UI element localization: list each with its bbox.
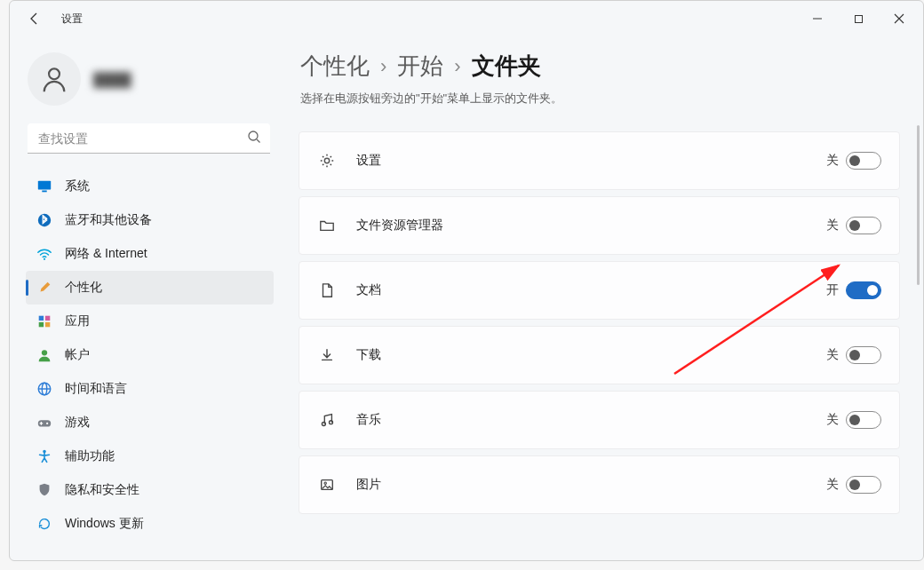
toggle-state-label: 关 (826, 477, 839, 493)
toggle-settings[interactable] (846, 152, 881, 170)
brush-icon (36, 280, 52, 296)
sidebar-item-label: 时间和语言 (65, 381, 127, 397)
toggle-music[interactable] (846, 411, 881, 429)
avatar-icon (39, 64, 69, 94)
svg-point-8 (44, 258, 45, 260)
folder-card-explorer: 文件资源管理器关 (299, 196, 900, 255)
breadcrumb-start[interactable]: 开始 (397, 51, 443, 82)
sidebar-item-apps[interactable]: 应用 (26, 305, 274, 338)
back-icon (28, 12, 42, 26)
svg-rect-5 (38, 181, 51, 190)
sidebar-item-accessibility[interactable]: 辅助功能 (26, 439, 274, 473)
toggle-explorer[interactable] (846, 217, 881, 234)
minimize-button[interactable] (797, 4, 838, 33)
settings-window: 设置 ████ 系统蓝牙和其他设备网 (9, 0, 924, 561)
search-input[interactable] (28, 123, 270, 154)
close-button[interactable] (879, 4, 920, 33)
toggle-state-label: 关 (826, 218, 839, 234)
toggle-state-label: 关 (826, 347, 839, 363)
apps-icon (36, 313, 52, 329)
sidebar-item-bluetooth[interactable]: 蓝牙和其他设备 (26, 203, 274, 237)
sidebar-item-accounts[interactable]: 帐户 (26, 338, 274, 372)
svg-rect-1 (855, 15, 862, 22)
sidebar-item-label: 网络 & Internet (65, 246, 147, 262)
search-icon (247, 130, 261, 147)
sidebar: ████ 系统蓝牙和其他设备网络 & Internet个性化应用帐户时间和语言游… (10, 36, 281, 560)
sidebar-item-label: 系统 (65, 178, 90, 194)
sidebar-item-label: 隐私和安全性 (65, 482, 139, 498)
user-name: ████ (93, 72, 131, 87)
folder-icon (317, 216, 337, 235)
toggle-pictures[interactable] (846, 476, 881, 494)
user-icon (36, 347, 52, 363)
sidebar-item-personalize[interactable]: 个性化 (26, 271, 274, 305)
svg-point-3 (249, 131, 258, 140)
svg-rect-9 (39, 316, 44, 321)
sidebar-item-label: 应用 (65, 313, 90, 329)
chevron-right-icon: › (380, 55, 386, 78)
svg-rect-11 (39, 322, 44, 327)
page-description: 选择在电源按钮旁边的"开始"菜单上显示的文件夹。 (300, 91, 905, 107)
svg-rect-6 (42, 191, 46, 193)
svg-point-21 (322, 423, 325, 426)
svg-point-18 (46, 423, 48, 424)
sidebar-item-label: 帐户 (65, 347, 90, 363)
minimize-icon (812, 13, 823, 24)
document-icon (317, 281, 337, 300)
breadcrumb: 个性化 › 开始 › 文件夹 (300, 51, 905, 82)
maximize-button[interactable] (838, 4, 879, 33)
sidebar-item-update[interactable]: Windows 更新 (26, 507, 274, 541)
maximize-icon (854, 14, 864, 24)
folder-card-settings: 设置关 (299, 131, 900, 190)
wifi-icon (36, 246, 52, 262)
svg-line-4 (257, 139, 260, 143)
back-button[interactable] (22, 6, 47, 31)
globe-icon (36, 381, 52, 397)
sidebar-item-label: Windows 更新 (65, 516, 144, 532)
toggle-state-label: 开 (826, 282, 839, 298)
svg-point-2 (49, 68, 60, 79)
refresh-icon (36, 516, 52, 532)
svg-rect-12 (45, 322, 50, 327)
gamepad-icon (36, 415, 52, 431)
folder-card-documents: 文档开 (299, 261, 900, 320)
shield-icon (36, 482, 52, 498)
svg-point-24 (324, 482, 326, 484)
folder-label: 音乐 (356, 412, 807, 428)
titlebar: 设置 (10, 1, 923, 36)
toggle-downloads[interactable] (846, 346, 881, 364)
svg-point-22 (330, 421, 333, 424)
nav: 系统蓝牙和其他设备网络 & Internet个性化应用帐户时间和语言游戏辅助功能… (26, 170, 274, 541)
folder-label: 文件资源管理器 (356, 218, 807, 234)
sidebar-item-label: 蓝牙和其他设备 (65, 212, 152, 228)
window-title: 设置 (61, 12, 83, 27)
music-icon (317, 410, 337, 430)
gear-icon (317, 151, 337, 170)
sidebar-item-label: 个性化 (65, 280, 102, 296)
search-row (28, 123, 270, 154)
avatar (28, 52, 81, 106)
access-icon (36, 448, 52, 464)
main-content: 个性化 › 开始 › 文件夹 选择在电源按钮旁边的"开始"菜单上显示的文件夹。 … (281, 36, 923, 560)
sidebar-item-network[interactable]: 网络 & Internet (26, 237, 274, 271)
download-icon (317, 345, 337, 365)
chevron-right-icon: › (454, 55, 460, 78)
toggle-state-label: 关 (826, 412, 839, 428)
sidebar-item-privacy[interactable]: 隐私和安全性 (26, 473, 274, 507)
folder-card-music: 音乐关 (299, 391, 900, 449)
sidebar-item-gaming[interactable]: 游戏 (26, 406, 274, 439)
toggle-documents[interactable] (846, 281, 881, 299)
svg-rect-10 (45, 316, 50, 321)
folder-label: 下载 (356, 347, 807, 363)
sidebar-item-label: 辅助功能 (65, 448, 115, 464)
svg-point-13 (42, 350, 47, 355)
scrollbar[interactable] (917, 125, 920, 285)
breadcrumb-personalize[interactable]: 个性化 (300, 51, 370, 82)
svg-point-20 (324, 158, 329, 162)
user-block[interactable]: ████ (26, 47, 274, 123)
image-icon (317, 475, 337, 495)
sidebar-item-label: 游戏 (65, 415, 90, 431)
sidebar-item-time[interactable]: 时间和语言 (26, 372, 274, 406)
close-icon (894, 13, 904, 24)
sidebar-item-system[interactable]: 系统 (26, 170, 274, 203)
